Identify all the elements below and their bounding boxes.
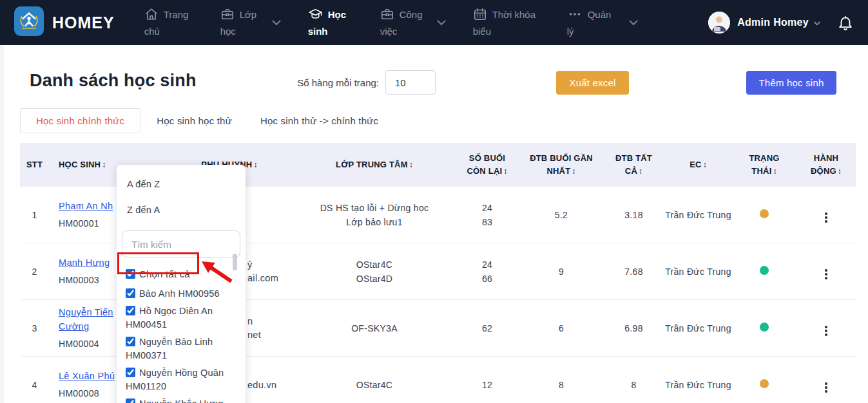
avg-recent-cell: 9 bbox=[519, 265, 603, 279]
filter-option-checkbox[interactable] bbox=[126, 288, 135, 298]
ec-cell: Trần Đức Trung bbox=[664, 378, 732, 392]
nav-item-schedule[interactable]: Thời khóa biểu bbox=[473, 7, 540, 38]
class-cell: OStar4C bbox=[294, 378, 455, 392]
tab-official-students[interactable]: Học sinh chính thức bbox=[20, 108, 140, 133]
kebab-menu-icon[interactable] bbox=[822, 323, 830, 339]
status-cell bbox=[732, 265, 796, 279]
add-student-button[interactable]: Thêm học sinh bbox=[746, 71, 836, 95]
actions-cell bbox=[796, 318, 856, 339]
actions-cell bbox=[796, 205, 856, 225]
ellipsis-icon bbox=[567, 7, 583, 24]
filter-option-checkbox[interactable] bbox=[126, 398, 135, 403]
annotation-highlight-box bbox=[117, 252, 199, 274]
filter-option[interactable]: Nguyễn Bảo Linh HM00371 bbox=[117, 333, 246, 364]
chevron-down-icon[interactable] bbox=[272, 20, 281, 26]
kebab-menu-icon[interactable] bbox=[822, 380, 830, 395]
sort-a-to-z-option[interactable]: A đến Z bbox=[117, 179, 246, 189]
page-title: Danh sách học sinh bbox=[30, 71, 197, 91]
row-index: 1 bbox=[20, 208, 49, 222]
column-header-status[interactable]: TRẠNG THÁI bbox=[732, 152, 796, 178]
avg-recent-cell: 5.2 bbox=[519, 208, 603, 222]
main-nav: Trang chủ Lớp học Học sinh bbox=[144, 7, 638, 38]
row-index: 4 bbox=[20, 378, 49, 392]
kebab-menu-icon[interactable] bbox=[822, 267, 830, 282]
column-header-class[interactable]: LỚP TRUNG TÂM bbox=[294, 158, 455, 171]
status-dot bbox=[760, 266, 769, 275]
rows-per-page-label: Số hàng mỗi trang: bbox=[289, 77, 379, 88]
calendar-icon bbox=[473, 7, 487, 24]
nav-item-tasks[interactable]: Công việc bbox=[380, 7, 427, 38]
chevron-down-icon[interactable] bbox=[629, 20, 638, 26]
navbar: HOMEY Trang chủ Lớp học bbox=[0, 0, 868, 45]
status-cell bbox=[732, 321, 796, 335]
ec-cell: Trần Đức Trung bbox=[664, 208, 732, 222]
avg-all-cell: 6.98 bbox=[603, 321, 664, 335]
graduation-cap-icon bbox=[308, 7, 323, 24]
nav-item-classes[interactable]: Lớp học bbox=[220, 7, 262, 38]
student-link[interactable]: Mạnh Hưng bbox=[59, 258, 110, 268]
column-header-sessions-left[interactable]: SỐ BUỔI CÒN LẠI bbox=[455, 152, 519, 178]
avg-all-cell: 3.18 bbox=[603, 208, 664, 222]
export-excel-button[interactable]: Xuất excel bbox=[556, 71, 629, 95]
status-dot bbox=[760, 323, 769, 332]
avg-all-cell: 7.68 bbox=[603, 265, 664, 279]
tab-trial-to-official[interactable]: Học sinh thử -> chính thức bbox=[248, 108, 391, 133]
status-cell bbox=[732, 208, 796, 222]
home-icon bbox=[144, 7, 159, 24]
column-header-actions[interactable]: HÀNH ĐỘNG bbox=[796, 152, 856, 178]
rows-per-page-input[interactable] bbox=[385, 70, 436, 95]
class-cell: OF-SKY3A bbox=[294, 321, 455, 335]
kebab-menu-icon[interactable] bbox=[822, 210, 830, 225]
sessions-left-cell: 12 bbox=[455, 378, 519, 392]
ec-cell: Trần Đức Trung bbox=[664, 321, 732, 335]
avatar[interactable] bbox=[708, 12, 730, 33]
nav-item-management[interactable]: Quản lý bbox=[567, 7, 619, 38]
app-window: HOMEY Trang chủ Lớp học bbox=[0, 0, 868, 403]
sessions-left-cell: 2466 bbox=[455, 258, 519, 286]
sessions-left-cell: 62 bbox=[455, 321, 519, 335]
row-index: 2 bbox=[20, 265, 49, 279]
tabs: Học sinh chính thức Học sinh học thử Học… bbox=[20, 108, 394, 133]
nav-item-home[interactable]: Trang chủ bbox=[144, 7, 193, 38]
filter-option[interactable]: Nguyễn Khắc Hưng HM00920 bbox=[117, 395, 246, 403]
user-area: Admin Homey bbox=[708, 12, 854, 33]
row-index: 3 bbox=[20, 321, 49, 335]
status-dot bbox=[760, 209, 769, 218]
tab-trial-students[interactable]: Học sinh học thử bbox=[144, 108, 244, 133]
filter-option-checkbox[interactable] bbox=[126, 337, 135, 346]
sessions-left-cell: 2483 bbox=[455, 201, 519, 229]
app-logo-icon bbox=[14, 6, 44, 39]
briefcase-icon bbox=[380, 7, 394, 24]
avg-recent-cell: 6 bbox=[519, 321, 603, 335]
chevron-down-icon[interactable] bbox=[814, 17, 820, 28]
student-link[interactable]: Nguyễn Tiến Cường bbox=[59, 307, 113, 332]
column-header-stt: STT bbox=[20, 158, 49, 171]
chevron-down-icon[interactable] bbox=[437, 20, 446, 26]
avg-all-cell: 8 bbox=[603, 378, 664, 392]
column-header-ec[interactable]: EC bbox=[664, 158, 732, 171]
student-link[interactable]: Lê Xuân Phú bbox=[59, 371, 115, 381]
student-link[interactable]: Phạm An Nh bbox=[59, 201, 113, 211]
status-dot bbox=[760, 379, 769, 388]
filter-option-checkbox[interactable] bbox=[126, 368, 135, 377]
filter-option-checkbox[interactable] bbox=[126, 306, 135, 315]
brand-name: HOMEY bbox=[52, 14, 115, 32]
ec-cell: Trần Đức Trung bbox=[664, 265, 732, 279]
column-header-avg-recent[interactable]: ĐTB BUỔI GẦN NHẤT bbox=[519, 152, 603, 178]
actions-cell bbox=[796, 261, 856, 282]
column-header-avg-all[interactable]: ĐTB TẤT CẢ bbox=[603, 152, 664, 178]
notifications-bell-icon[interactable] bbox=[837, 14, 854, 32]
page-content: Danh sách học sinh Số hàng mỗi trang: Xu… bbox=[0, 45, 868, 403]
user-name[interactable]: Admin Homey bbox=[737, 17, 809, 28]
filter-option[interactable]: Nguyễn Hồng Quân HM01120 bbox=[117, 364, 246, 395]
filter-option[interactable]: Hồ Ngọc Diên An HM00451 bbox=[117, 303, 246, 333]
briefcase-icon bbox=[220, 7, 235, 24]
brand[interactable]: HOMEY bbox=[14, 6, 115, 39]
class-cell: OStar4COStar4D bbox=[294, 258, 455, 286]
class-cell: DS HS tạo lỗi + Dừng họcLớp bảo lưu1 bbox=[294, 201, 455, 229]
status-cell bbox=[732, 378, 796, 392]
nav-item-students[interactable]: Học sinh bbox=[308, 7, 353, 38]
sort-z-to-a-option[interactable]: Z đến A bbox=[117, 205, 246, 215]
avg-recent-cell: 8 bbox=[519, 378, 603, 392]
actions-cell bbox=[796, 375, 856, 395]
